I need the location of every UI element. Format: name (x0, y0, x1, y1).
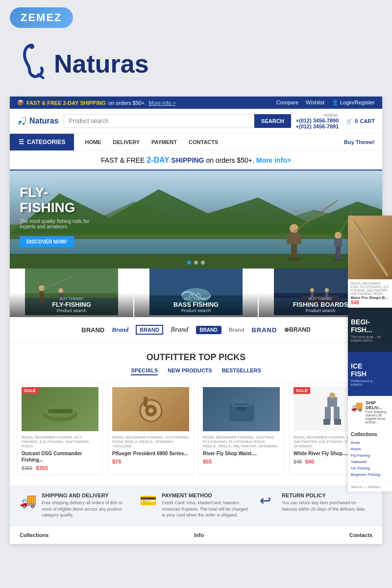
product-name-2: Pflueger President 6900 Series... (112, 450, 189, 457)
product-tags-1: RODS, BEGINNER FISHING, FLY-FISHING, ICE… (22, 435, 98, 448)
nav-bar: ☰ CATEGORIES HOME DELIVERY PAYMENT CONTA… (10, 134, 382, 151)
svg-rect-8 (297, 234, 301, 244)
panel-ship-text-block: SHIP DELIV... Free shipping delivery all… (366, 400, 389, 424)
ship-suffix: on orders $50+. (206, 156, 254, 164)
products-grid: SALE RODS, BEGINNER FISHING, FLY-FISHING… (17, 383, 375, 475)
product-tags-2: RODS, BEGINNER FISHING, FLY-FISHING RODS… (112, 435, 189, 448)
product-price-2: $76 (112, 459, 189, 465)
search-button[interactable]: SEARCH (254, 114, 291, 128)
waders-svg (313, 392, 352, 426)
section-title: OUTFITTER TOP PICKS (17, 352, 375, 363)
nav-payment[interactable]: PAYMENT (146, 134, 183, 150)
feature-return-text: RETURN POLICY You can return any item pu… (282, 492, 372, 512)
brand-6[interactable]: Brand (229, 327, 245, 333)
price-new-4: $40 (305, 459, 314, 465)
sale-badge-4: SALE (294, 387, 310, 394)
search-bar: SEARCH (64, 114, 291, 128)
product-price-1: $365 $355 (22, 465, 98, 471)
fisherman-figures (265, 195, 363, 264)
panel-ice-sub: Perfomance a...experts. (351, 379, 389, 386)
svg-rect-41 (232, 399, 251, 407)
feature-return: ↩ RETURN POLICY You can return any item … (260, 492, 372, 518)
panel-product-price: $48 (351, 300, 389, 305)
panel-ice-title: ICEFISH (351, 362, 389, 378)
feature-payment: 💳 PAYMENT METHOD Credit Card: Visa, Mast… (140, 492, 252, 518)
sale-badge-1: SALE (22, 387, 38, 394)
svg-rect-7 (287, 234, 291, 244)
header-right: Hotline: +(012) 3456-7890 +(012) 3456-78… (296, 113, 375, 129)
nav-links: HOME DELIVERY PAYMENT CONTACTS (74, 134, 229, 150)
dot-1[interactable] (187, 261, 191, 265)
panel-product-info: RODS, BEGINNER FISH, FLY-FISHING, ICE FI… (348, 279, 392, 308)
brand-5[interactable]: BRAND (196, 326, 221, 334)
store-logo: 🎣 Naturas (17, 117, 59, 126)
svg-rect-42 (237, 407, 246, 411)
compare-link[interactable]: Compare (276, 99, 298, 106)
panel-col-saltwater[interactable]: Saltwater (351, 459, 389, 465)
shipping-banner: FAST & FREE 2-DAY SHIPPING on orders $50… (10, 151, 382, 171)
buy-theme-link[interactable]: Buy Theme! (337, 134, 382, 150)
footer-info: Info (194, 532, 204, 538)
panel-col-rods[interactable]: Rods (351, 440, 389, 446)
feature-payment-desc: Credit Card: Visa, MasterCard, Maestro, … (162, 500, 252, 518)
bass-fishing-overlay: BUY THEME! BASS FISHING Product search (134, 293, 258, 317)
feature-return-title: RETURN POLICY (282, 492, 372, 498)
price-old-1: $365 (22, 466, 32, 471)
ship-more-link[interactable]: More info> (256, 156, 291, 164)
brand-4[interactable]: Brand (171, 326, 189, 334)
brand-7[interactable]: BRAND (251, 326, 277, 334)
brand-3[interactable]: BRAND (136, 325, 163, 335)
dot-3[interactable] (201, 261, 205, 265)
category-bass-fishing[interactable]: BUY THEME! BASS FISHING Product search (134, 269, 258, 317)
panel-ice-banner[interactable]: ICEFISH Perfomance a...experts. (348, 352, 392, 396)
brand-2[interactable]: Brand (112, 326, 128, 334)
nav-contacts[interactable]: CONTACTS (183, 134, 224, 150)
tab-bestsellers[interactable]: BESTSELLERS (222, 368, 261, 375)
panel-beginner-banner[interactable]: BEGI-FISH... The most quali... forexpert… (348, 308, 392, 352)
reel-svg (131, 392, 171, 426)
zemez-logo[interactable]: ZEMEZ (10, 7, 73, 28)
tabs-row: SPECIALS NEW PRODUCTS BESTSELLERS (17, 368, 375, 375)
categories-button[interactable]: ☰ CATEGORIES (10, 134, 74, 150)
tab-new-products[interactable]: NEW PRODUCTS (168, 368, 212, 375)
cart-block[interactable]: 🛒 0 CART (346, 118, 375, 124)
nav-home[interactable]: HOME (79, 134, 107, 150)
more-info-link[interactable]: More info > (148, 100, 175, 106)
panel-col-fly[interactable]: Fly-Fishing (351, 452, 389, 459)
panel-col-reels[interactable]: Reels (351, 446, 389, 452)
feature-shipping-title: SHIPPING AND DELIVERY (42, 492, 132, 498)
hero-subtitle: The most quality fishing rods forexperts… (20, 219, 89, 229)
product-image-2 (112, 387, 189, 431)
svg-line-9 (294, 200, 338, 232)
brand-1[interactable]: BRAND (81, 326, 104, 334)
hero-content: BUY THEME! FLY- FISHING The most quality… (20, 180, 89, 247)
svg-rect-39 (144, 397, 147, 407)
panel-footer-note: Naturas — Multipui... (348, 482, 392, 491)
return-icon: ↩ (260, 492, 277, 509)
price-new-1: $355 (36, 465, 48, 471)
search-input[interactable] (64, 114, 255, 128)
top-bar: 📦 FAST & FREE 2-DAY SHIPPING on orders $… (10, 97, 382, 109)
brand-8[interactable]: ⊕BRAND (284, 326, 310, 333)
category-fly-fishing[interactable]: BUY THEME! FLY-FISHING Product search (10, 269, 133, 317)
top-bar-right: Compare Wishlist 👤 Login/Register (276, 99, 375, 106)
payment-icon: 💳 (140, 492, 157, 509)
tab-specials[interactable]: SPECIALS (131, 368, 158, 375)
nav-delivery[interactable]: DELIVERY (107, 134, 146, 150)
svg-point-0 (29, 44, 34, 49)
dot-2[interactable] (194, 261, 198, 265)
feature-shipping: 🚚 SHIPPING AND DELIVERY Free shipping de… (20, 492, 132, 518)
panel-col-ice[interactable]: Ice Fishing (351, 465, 389, 471)
product-card-3: RODS, BEGINNER FISHING, CASTING, FLY-FIS… (198, 383, 284, 475)
price-2: $76 (112, 459, 121, 465)
ship-text2: SHIPPING (172, 156, 204, 164)
fly-fishing-overlay: BUY THEME! FLY-FISHING Product search (10, 293, 133, 317)
panel-col-beginner[interactable]: Beginner Fishing (351, 471, 389, 478)
kayak-svg (41, 392, 80, 426)
hero-title: FLY- FISHING (20, 185, 89, 216)
fly-fishing-buy: BUY THEME! (14, 296, 129, 301)
wishlist-link[interactable]: Wishlist (306, 99, 324, 106)
hero-discover-button[interactable]: DISCOVER NOW! (20, 236, 74, 247)
feature-return-desc: You can return any item purchased on Nat… (282, 500, 372, 512)
login-link[interactable]: 👤 Login/Register (332, 99, 375, 106)
